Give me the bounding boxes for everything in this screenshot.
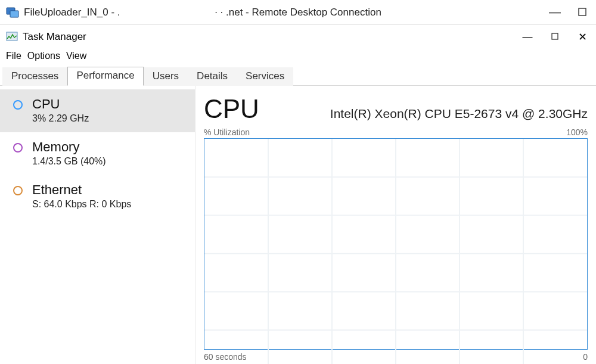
rdp-titlebar: FileUploader_IN_0 - . · · .net - Remote … xyxy=(0,0,596,25)
cpu-detail-pane: CPU Intel(R) Xeon(R) CPU E5-2673 v4 @ 2.… xyxy=(195,86,596,364)
maximize-button[interactable] xyxy=(541,26,569,48)
taskmanager-titlebar: Task Manager — ✕ xyxy=(0,25,596,49)
rdp-title-left: FileUploader_IN_0 - . xyxy=(24,7,120,18)
close-button[interactable]: ✕ xyxy=(569,26,596,48)
ethernet-indicator-icon xyxy=(13,186,23,195)
sidebar-item-ethernet[interactable]: Ethernet S: 64.0 Kbps R: 0 Kbps xyxy=(0,175,195,218)
menubar: File Options View xyxy=(0,49,596,63)
svg-rect-2 xyxy=(579,8,586,15)
tab-users[interactable]: Users xyxy=(144,67,188,86)
cpu-header: CPU xyxy=(204,94,259,124)
performance-panel: CPU 3% 2.29 GHz Memory 1.4/3.5 GB (40%) … xyxy=(0,86,596,364)
cpu-model-name: Intel(R) Xeon(R) CPU E5-2673 v4 @ 2.30GH… xyxy=(330,107,588,121)
tabstrip: Processes Performance Users Details Serv… xyxy=(0,67,596,86)
chart-label-top-right: 100% xyxy=(566,127,588,137)
tab-performance[interactable]: Performance xyxy=(67,67,143,86)
rdp-title-center: · · .net - Remote Desktop Connection xyxy=(215,7,381,18)
maximize-icon xyxy=(578,5,586,19)
cpu-indicator-icon xyxy=(13,100,23,110)
sidebar-memory-sub: 1.4/3.5 GB (40%) xyxy=(32,156,106,167)
rdp-icon xyxy=(6,6,19,19)
sidebar-item-cpu[interactable]: CPU 3% 2.29 GHz xyxy=(0,89,195,132)
chart-label-top-left: % Utilization xyxy=(204,127,250,137)
minimize-icon: — xyxy=(523,31,533,43)
rdp-maximize-button[interactable] xyxy=(569,0,596,25)
taskmanager-title: Task Manager xyxy=(23,31,86,43)
tab-details[interactable]: Details xyxy=(188,67,237,86)
performance-sidebar: CPU 3% 2.29 GHz Memory 1.4/3.5 GB (40%) … xyxy=(0,86,195,364)
svg-rect-4 xyxy=(552,33,558,39)
tab-processes[interactable]: Processes xyxy=(2,67,67,86)
minimize-icon: — xyxy=(549,5,561,19)
memory-indicator-icon xyxy=(13,143,23,153)
svg-rect-1 xyxy=(10,11,18,17)
menu-file[interactable]: File xyxy=(6,51,21,61)
sidebar-cpu-sub: 3% 2.29 GHz xyxy=(32,113,89,124)
cpu-utilization-chart xyxy=(204,138,588,350)
sidebar-ethernet-title: Ethernet xyxy=(32,182,131,198)
close-icon: ✕ xyxy=(578,30,587,43)
sidebar-ethernet-sub: S: 64.0 Kbps R: 0 Kbps xyxy=(32,199,131,210)
menu-options[interactable]: Options xyxy=(27,51,60,61)
tab-services[interactable]: Services xyxy=(237,67,293,86)
rdp-minimize-button[interactable]: — xyxy=(541,0,569,25)
sidebar-memory-title: Memory xyxy=(32,139,106,155)
maximize-icon xyxy=(551,31,558,43)
sidebar-item-memory[interactable]: Memory 1.4/3.5 GB (40%) xyxy=(0,132,195,175)
sidebar-cpu-title: CPU xyxy=(32,97,89,112)
minimize-button[interactable]: — xyxy=(514,26,541,48)
taskmanager-icon xyxy=(6,31,18,43)
menu-view[interactable]: View xyxy=(66,51,86,61)
